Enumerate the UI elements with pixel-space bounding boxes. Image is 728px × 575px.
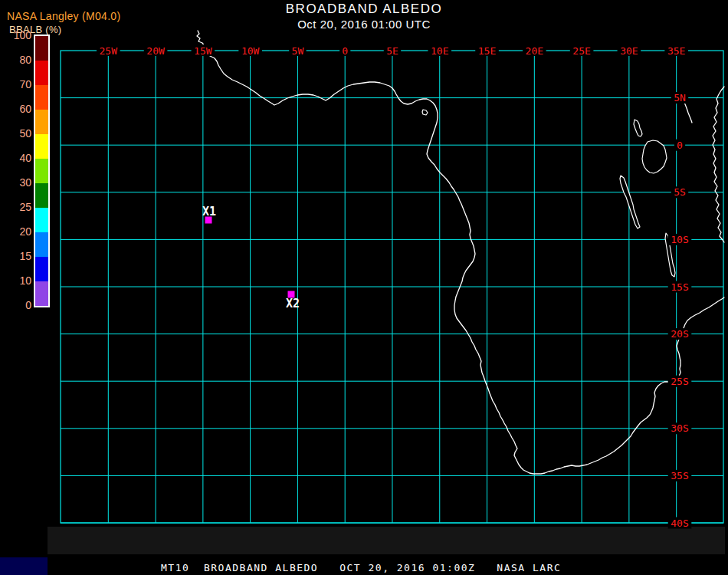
island-bioko (422, 110, 428, 115)
map-canvas: 25W20W15W10W5W05E10E15E20E25E30E35E5N05S… (0, 0, 728, 575)
coastline-africa-west (197, 31, 724, 474)
longitude-label: 15E (478, 45, 496, 57)
latitude-label: 5N (674, 92, 686, 104)
longitude-label: 5E (386, 45, 398, 57)
latitude-label: 35S (671, 470, 688, 481)
latitude-label: 20S (671, 328, 688, 340)
longitude-label: 20E (526, 45, 543, 57)
longitude-label: 5W (292, 45, 304, 57)
latitude-label: 30S (671, 422, 688, 434)
latitude-label: 25S (671, 376, 688, 387)
latlon-grid (61, 51, 723, 523)
longitude-label: 10E (431, 45, 448, 57)
latitude-label: 0 (677, 140, 683, 151)
longitude-label: 25W (100, 45, 118, 57)
latitude-label: 40S (671, 518, 688, 529)
longitude-label: 10W (241, 45, 260, 57)
longitude-label: 20W (146, 45, 165, 57)
longitude-label: 15W (194, 45, 212, 57)
lake-turkana (634, 120, 642, 136)
status-bar-text: MT10 BROADBAND ALBEDO OCT 20, 2016 01:00… (161, 562, 561, 573)
latitude-label: 10S (671, 234, 688, 245)
albedo-product-page: BROADBAND ALBEDO Oct 20, 2016 01:00 UTC … (0, 0, 728, 575)
markers-layer: X1X2 (202, 205, 300, 310)
coastline-east-africa (713, 87, 724, 242)
lakes-layer (422, 110, 675, 277)
lake-tanganyika (620, 176, 640, 228)
lake-victoria (642, 140, 667, 173)
site-marker-label: X1 (202, 205, 216, 219)
longitude-label: 25E (572, 45, 590, 57)
longitude-label: 0 (342, 45, 348, 57)
longitude-label: 35E (667, 45, 685, 57)
latitude-label: 15S (671, 281, 688, 293)
latitude-label: 5S (674, 186, 686, 198)
coastline-layer (197, 31, 724, 474)
site-marker-label: X2 (286, 297, 300, 310)
longitude-label: 30E (620, 45, 638, 57)
